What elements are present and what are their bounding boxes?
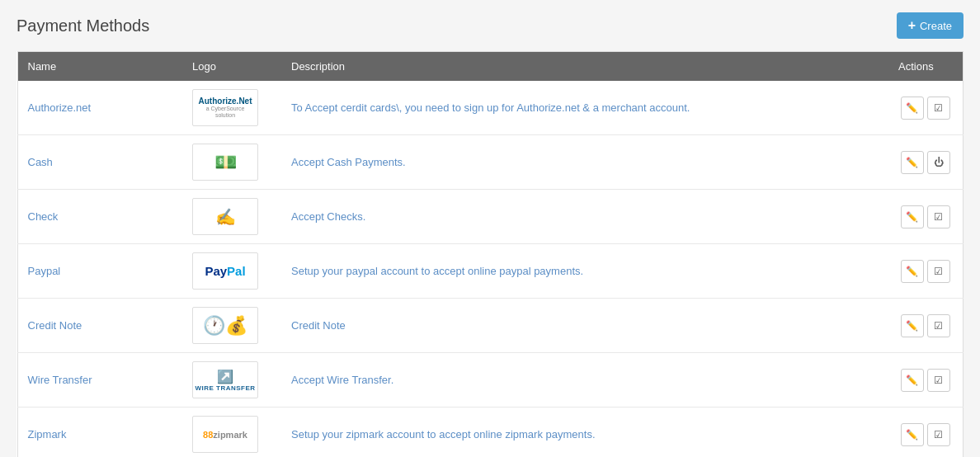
table-row: Credit Note 🕐💰 Credit Note ✏️☑ <box>17 299 963 353</box>
name-cell: Cash <box>17 135 182 190</box>
name-cell: Authorize.net <box>17 81 182 135</box>
toggle-button[interactable]: ☑ <box>927 97 950 120</box>
table-row: Authorize.net Authorize.Net a CyberSourc… <box>17 81 963 135</box>
create-button[interactable]: + Create <box>897 12 964 39</box>
actions-cell: ✏️⏻ <box>888 135 963 190</box>
actions-group: ✏️☑ <box>898 260 953 283</box>
logo-cell: 💵 <box>182 135 281 190</box>
edit-button[interactable]: ✏️ <box>901 314 924 337</box>
table-row: Check ✍️ Accept Checks. ✏️☑ <box>17 190 963 244</box>
name-cell: Zipmark <box>17 408 182 458</box>
logo-box: 🕐💰 <box>192 307 258 344</box>
actions-cell: ✏️☑ <box>888 244 963 299</box>
actions-group: ✏️☑ <box>898 97 953 120</box>
payment-methods-table: Name Logo Description Actions Authorize.… <box>16 51 964 457</box>
plus-icon: + <box>908 18 916 33</box>
logo-box: ↗️ Wire Transfer <box>192 361 258 398</box>
toggle-button[interactable]: ☑ <box>927 423 950 446</box>
actions-cell: ✏️☑ <box>888 408 963 458</box>
toggle-button[interactable]: ☑ <box>927 205 950 228</box>
description-cell: Accept Checks. <box>281 190 888 244</box>
name-cell: Wire Transfer <box>17 353 182 408</box>
actions-group: ✏️☑ <box>898 423 953 446</box>
col-description: Description <box>281 52 888 82</box>
name-cell: Paypal <box>17 244 182 299</box>
actions-cell: ✏️☑ <box>888 190 963 244</box>
table-row: Cash 💵 Accept Cash Payments. ✏️⏻ <box>17 135 963 190</box>
toggle-button[interactable]: ☑ <box>927 260 950 283</box>
actions-group: ✏️☑ <box>898 369 953 392</box>
name-cell: Check <box>17 190 182 244</box>
edit-button[interactable]: ✏️ <box>901 423 924 446</box>
edit-button[interactable]: ✏️ <box>901 260 924 283</box>
edit-button[interactable]: ✏️ <box>901 97 924 120</box>
col-actions: Actions <box>888 52 963 82</box>
table-header-row: Name Logo Description Actions <box>17 52 963 82</box>
toggle-button[interactable]: ☑ <box>927 369 950 392</box>
actions-group: ✏️☑ <box>898 205 953 228</box>
logo-box: PayPal <box>192 252 258 290</box>
col-logo: Logo <box>182 52 281 82</box>
logo-cell: 🕐💰 <box>182 299 281 353</box>
logo-cell: 88zipmark <box>182 408 281 458</box>
description-cell: Setup your paypal account to accept onli… <box>281 244 888 299</box>
page-title: Payment Methods <box>16 16 149 35</box>
actions-group: ✏️⏻ <box>898 151 953 174</box>
toggle-button[interactable]: ☑ <box>927 314 950 337</box>
actions-group: ✏️☑ <box>898 314 953 337</box>
description-cell: Setup your zipmark account to accept onl… <box>281 408 888 458</box>
table-row: Wire Transfer ↗️ Wire Transfer Accept Wi… <box>17 353 963 408</box>
description-cell: To Accept cerdit cards\, you need to sig… <box>281 81 888 135</box>
description-cell: Credit Note <box>281 299 888 353</box>
actions-cell: ✏️☑ <box>888 353 963 408</box>
description-cell: Accept Wire Transfer. <box>281 353 888 408</box>
edit-button[interactable]: ✏️ <box>901 369 924 392</box>
logo-box: 💵 <box>192 144 258 181</box>
edit-button[interactable]: ✏️ <box>901 205 924 228</box>
payment-methods-page: Payment Methods + Create Name Logo Descr… <box>0 0 980 457</box>
power-button[interactable]: ⏻ <box>927 151 950 174</box>
actions-cell: ✏️☑ <box>888 81 963 135</box>
table-row: Paypal PayPal Setup your paypal account … <box>17 244 963 299</box>
description-cell: Accept Cash Payments. <box>281 135 888 190</box>
name-cell: Credit Note <box>17 299 182 353</box>
col-name: Name <box>17 52 182 82</box>
create-button-label: Create <box>920 20 952 32</box>
edit-button[interactable]: ✏️ <box>901 151 924 174</box>
logo-cell: Authorize.Net a CyberSource solution <box>182 81 281 135</box>
page-header: Payment Methods + Create <box>16 12 964 39</box>
logo-box: Authorize.Net a CyberSource solution <box>192 89 258 126</box>
logo-box: ✍️ <box>192 198 258 235</box>
actions-cell: ✏️☑ <box>888 299 963 353</box>
table-row: Zipmark 88zipmark Setup your zipmark acc… <box>17 408 963 458</box>
logo-box: 88zipmark <box>192 416 258 453</box>
logo-cell: ✍️ <box>182 190 281 244</box>
logo-cell: ↗️ Wire Transfer <box>182 353 281 408</box>
logo-cell: PayPal <box>182 244 281 299</box>
